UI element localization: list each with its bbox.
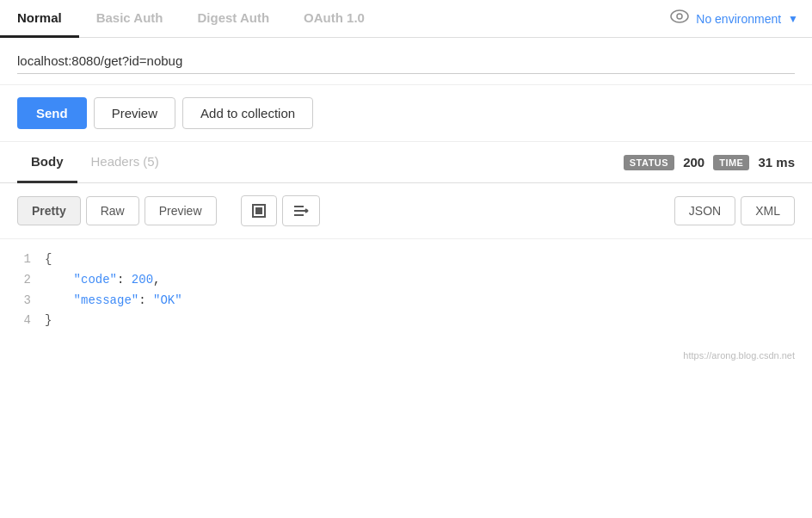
svg-rect-3 (255, 207, 262, 214)
code-line-4: } (45, 311, 812, 331)
environment-label[interactable]: No environment (696, 12, 781, 26)
add-to-collection-button[interactable]: Add to collection (182, 97, 313, 129)
status-section: STATUS 200 TIME 31 ms (624, 155, 795, 170)
tab-bar: Normal Basic Auth Digest Auth OAuth 1.0 … (0, 0, 812, 38)
line-numbers: 1 2 3 4 (0, 250, 41, 331)
time-badge: TIME (713, 155, 749, 170)
code-line-1: { (45, 250, 812, 270)
watermark: https://arong.blog.csdn.net (0, 342, 812, 366)
code-content: { "code": 200, "message": "OK" } (41, 250, 812, 331)
eye-icon (670, 9, 689, 28)
xml-button[interactable]: XML (741, 196, 795, 225)
fullscreen-icon-button[interactable] (241, 195, 277, 226)
watermark-text: https://arong.blog.csdn.net (683, 350, 795, 361)
svg-point-1 (677, 14, 682, 19)
pretty-button[interactable]: Pretty (17, 196, 81, 225)
environment-arrow[interactable]: ▼ (788, 13, 798, 25)
line-num-4: 4 (0, 311, 31, 331)
tab-headers[interactable]: Headers (5) (77, 142, 173, 183)
line-num-3: 3 (0, 291, 31, 311)
preview-format-button[interactable]: Preview (145, 196, 217, 225)
format-bar: Pretty Raw Preview JSON XML (0, 183, 812, 239)
tab-basic-auth[interactable]: Basic Auth (79, 0, 181, 38)
raw-button[interactable]: Raw (86, 196, 139, 225)
line-num-1: 1 (0, 250, 31, 270)
svg-point-0 (671, 10, 688, 22)
status-badge: STATUS (624, 155, 674, 170)
url-bar (0, 38, 812, 85)
tab-oauth[interactable]: OAuth 1.0 (286, 0, 382, 38)
align-icon-button[interactable] (282, 195, 320, 226)
json-button[interactable]: JSON (674, 196, 735, 225)
code-line-2: "code": 200, (45, 270, 812, 291)
line-num-2: 2 (0, 270, 31, 291)
status-value: 200 (683, 155, 704, 170)
tab-body[interactable]: Body (17, 142, 77, 183)
response-tabs: Body Headers (5) STATUS 200 TIME 31 ms (0, 142, 812, 183)
action-bar: Send Preview Add to collection (0, 85, 812, 142)
tab-digest-auth[interactable]: Digest Auth (180, 0, 286, 38)
url-input[interactable] (17, 53, 795, 74)
code-line-3: "message": "OK" (45, 291, 812, 311)
preview-button[interactable]: Preview (94, 97, 175, 129)
environment-section: No environment ▼ (670, 9, 812, 28)
send-button[interactable]: Send (17, 97, 87, 129)
tab-normal[interactable]: Normal (0, 0, 79, 38)
code-area: 1 2 3 4 { "code": 200, "message": "OK" } (0, 239, 812, 342)
time-value: 31 ms (758, 155, 795, 170)
